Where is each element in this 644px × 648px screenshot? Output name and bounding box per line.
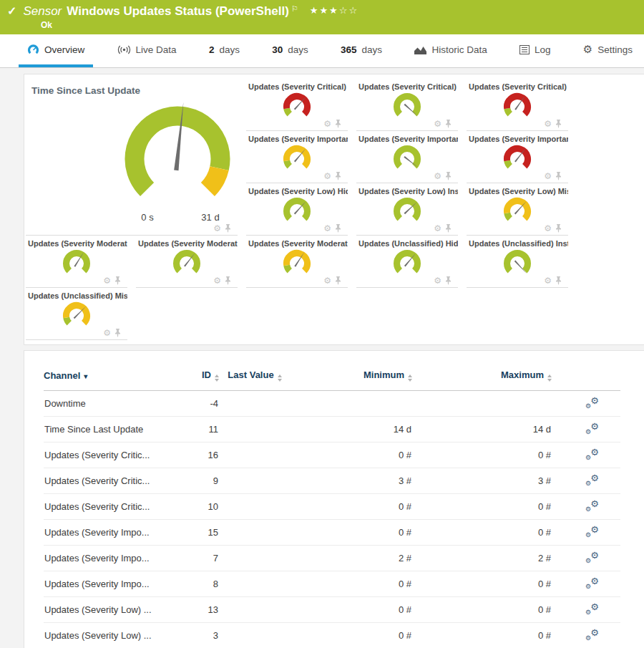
gauge-cell[interactable]: Updates (Severity Important) ...⚙ xyxy=(246,131,348,183)
gauge-cell-icons: ⚙ xyxy=(544,120,562,128)
pin-icon[interactable] xyxy=(335,120,341,128)
column-header-channel[interactable]: Channel▾ xyxy=(44,369,169,391)
edit-channel-gears-icon[interactable]: ⚙⚙ xyxy=(585,422,599,435)
tab-label: Settings xyxy=(597,44,633,55)
sort-icon[interactable] xyxy=(547,374,552,382)
gauge-cell[interactable]: Updates (Unclassified) Install...⚙ xyxy=(467,236,568,288)
pin-icon[interactable] xyxy=(555,276,562,285)
tab-live-data[interactable]: Live Data xyxy=(109,34,185,67)
gear-icon[interactable]: ⚙ xyxy=(213,224,221,233)
gear-icon[interactable]: ⚙ xyxy=(434,172,441,180)
edit-channel-gears-icon[interactable]: ⚙⚙ xyxy=(585,629,599,641)
gear-icon[interactable]: ⚙ xyxy=(544,276,552,285)
pin-icon[interactable] xyxy=(114,329,121,337)
gauge-cell[interactable]: Updates (Severity Moderate) ...⚙ xyxy=(26,236,127,288)
dropdown-caret-icon[interactable]: ▾ xyxy=(84,372,87,380)
tab-overview[interactable]: Overview xyxy=(19,34,93,67)
gauge-cell[interactable]: Updates (Severity Critical) Hi...⚙ xyxy=(246,79,348,131)
column-header-maximum[interactable]: Maximum xyxy=(412,369,552,391)
gauge-title: Updates (Severity Important) ... xyxy=(246,131,348,143)
gear-icon[interactable]: ⚙ xyxy=(544,120,552,128)
gauge-chart xyxy=(499,196,536,226)
edit-channel-gears-icon[interactable]: ⚙⚙ xyxy=(585,603,599,615)
gauge-chart xyxy=(278,144,316,174)
gauge-title: Updates (Severity Critical) Hi... xyxy=(246,79,348,91)
gauge-cell[interactable]: Updates (Severity Important) ...⚙ xyxy=(467,131,568,183)
channel-row[interactable]: Updates (Severity Impo...150 #0 #⚙⚙ xyxy=(44,520,620,546)
gear-icon[interactable]: ⚙ xyxy=(544,172,552,180)
edit-channel-gears-icon[interactable]: ⚙⚙ xyxy=(585,500,599,512)
pin-icon[interactable] xyxy=(225,224,231,233)
gear-icon[interactable]: ⚙ xyxy=(323,276,331,285)
pin-icon[interactable] xyxy=(114,276,121,285)
tab-30-days[interactable]: 30 days xyxy=(263,34,317,67)
gear-icon[interactable]: ⚙ xyxy=(434,120,441,128)
gauge-cell[interactable]: Updates (Severity Critical) Ins...⚙ xyxy=(356,79,458,131)
column-header-id[interactable]: ID xyxy=(169,369,219,391)
edit-channel-gears-icon[interactable]: ⚙⚙ xyxy=(585,577,599,589)
pin-icon[interactable] xyxy=(335,276,341,285)
gear-icon[interactable]: ⚙ xyxy=(544,224,552,233)
edit-channel-gears-icon[interactable]: ⚙⚙ xyxy=(585,526,599,538)
gauge-cell[interactable]: Updates (Severity Low) Install...⚙ xyxy=(356,183,458,236)
gauge-cell[interactable]: Updates (Unclassified) Missing⚙ xyxy=(26,288,127,340)
tab-historic-data[interactable]: Historic Data xyxy=(406,34,495,67)
channel-name-cell: Updates (Severity Impo... xyxy=(44,546,169,571)
pin-icon[interactable] xyxy=(445,276,452,285)
edit-channel-cell: ⚙⚙ xyxy=(552,494,620,520)
edit-channel-cell: ⚙⚙ xyxy=(552,546,620,571)
column-header-minimum[interactable]: Minimum xyxy=(291,369,412,391)
edit-channel-gears-icon[interactable]: ⚙⚙ xyxy=(585,551,599,564)
gauge-cell[interactable]: Updates (Severity Moderate) ...⚙ xyxy=(246,236,348,288)
channel-row[interactable]: Updates (Severity Impo...80 #0 #⚙⚙ xyxy=(44,571,620,597)
tab-365-days[interactable]: 365 days xyxy=(332,34,391,67)
pin-icon[interactable] xyxy=(445,120,452,128)
channel-row[interactable]: Updates (Severity Low) ...130 #0 #⚙⚙ xyxy=(44,597,620,623)
gear-icon[interactable]: ⚙ xyxy=(323,120,331,128)
sort-icon[interactable] xyxy=(278,374,282,382)
gear-icon[interactable]: ⚙ xyxy=(323,224,331,233)
gear-icon[interactable]: ⚙ xyxy=(103,276,111,285)
pin-icon[interactable] xyxy=(555,120,562,128)
gear-icon[interactable]: ⚙ xyxy=(103,329,111,337)
column-header-last-value[interactable]: Last Value xyxy=(219,369,291,391)
channel-row[interactable]: Updates (Severity Critic...160 #0 #⚙⚙ xyxy=(44,443,620,468)
stars-empty[interactable]: ☆☆ xyxy=(339,5,358,16)
edit-channel-gears-icon[interactable]: ⚙⚙ xyxy=(585,397,599,409)
pin-icon[interactable] xyxy=(555,172,562,180)
gear-icon[interactable]: ⚙ xyxy=(434,276,441,285)
gear-icon[interactable]: ⚙ xyxy=(213,276,221,285)
gauge-cell[interactable]: Updates (Severity Low) Hidden⚙ xyxy=(246,183,348,236)
pin-icon[interactable] xyxy=(335,224,341,233)
edit-channel-gears-icon[interactable]: ⚙⚙ xyxy=(585,448,599,460)
channel-row[interactable]: Downtime-4⚙⚙ xyxy=(44,391,620,417)
channel-row[interactable]: Updates (Severity Critic...93 #3 #⚙⚙ xyxy=(44,468,620,494)
pin-icon[interactable] xyxy=(445,224,452,233)
sort-icon[interactable] xyxy=(215,374,219,382)
gauge-cell[interactable]: Updates (Severity Critical) Mi...⚙ xyxy=(467,79,568,131)
priority-stars[interactable]: ★★★☆☆ xyxy=(310,4,358,18)
gauge-chart xyxy=(278,248,316,279)
priority-flag-icon[interactable]: ⚐ xyxy=(291,4,298,14)
gauge-cell[interactable]: Updates (Severity Moderate) I...⚙ xyxy=(136,236,238,288)
main-gauge-cell[interactable]: Time Since Last Update 0 s 31 d ⚙ xyxy=(26,79,238,236)
gear-icon[interactable]: ⚙ xyxy=(434,224,441,233)
channel-row[interactable]: Updates (Severity Low) ...30 #0 #⚙⚙ xyxy=(44,623,620,648)
gauge-cell[interactable]: Updates (Severity Important) ...⚙ xyxy=(356,131,458,183)
pin-icon[interactable] xyxy=(225,276,231,285)
tab-2-days[interactable]: 2 days xyxy=(200,34,248,67)
edit-channel-gears-icon[interactable]: ⚙⚙ xyxy=(585,474,599,486)
gauge-cell[interactable]: Updates (Severity Low) Missi...⚙ xyxy=(467,183,568,236)
gauge-cell[interactable]: Updates (Unclassified) Hidden⚙ xyxy=(356,236,458,288)
tab-settings[interactable]: ⚙Settings xyxy=(575,34,641,67)
channel-row[interactable]: Updates (Severity Impo...72 #2 #⚙⚙ xyxy=(44,546,620,571)
pin-icon[interactable] xyxy=(555,224,562,233)
pin-icon[interactable] xyxy=(335,172,341,180)
gear-icon[interactable]: ⚙ xyxy=(323,172,331,180)
tab-log[interactable]: Log xyxy=(511,34,560,67)
channel-row[interactable]: Time Since Last Update1114 d14 d⚙⚙ xyxy=(44,417,620,443)
pin-icon[interactable] xyxy=(445,172,452,180)
stars-filled[interactable]: ★★★ xyxy=(310,5,339,16)
sort-icon[interactable] xyxy=(408,374,412,382)
channel-row[interactable]: Updates (Severity Critic...100 #0 #⚙⚙ xyxy=(44,494,620,520)
